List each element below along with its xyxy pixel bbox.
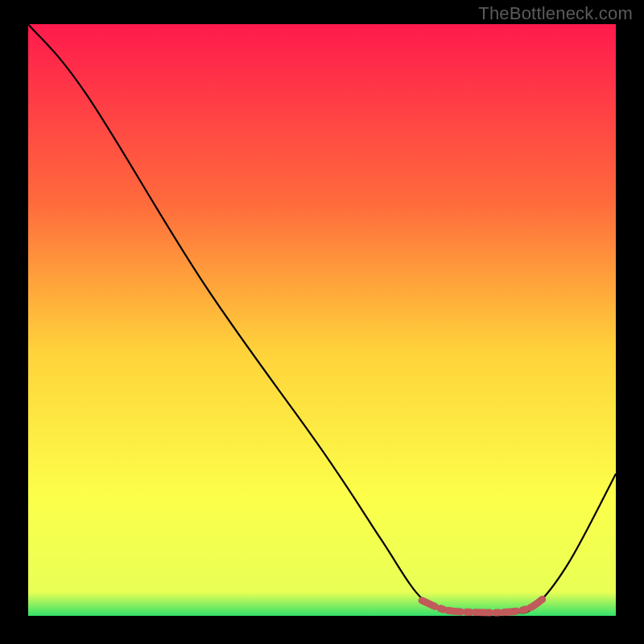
- bottleneck-chart: [0, 0, 644, 644]
- chart-plot-area: [28, 24, 616, 616]
- watermark-text: TheBottleneck.com: [478, 3, 633, 24]
